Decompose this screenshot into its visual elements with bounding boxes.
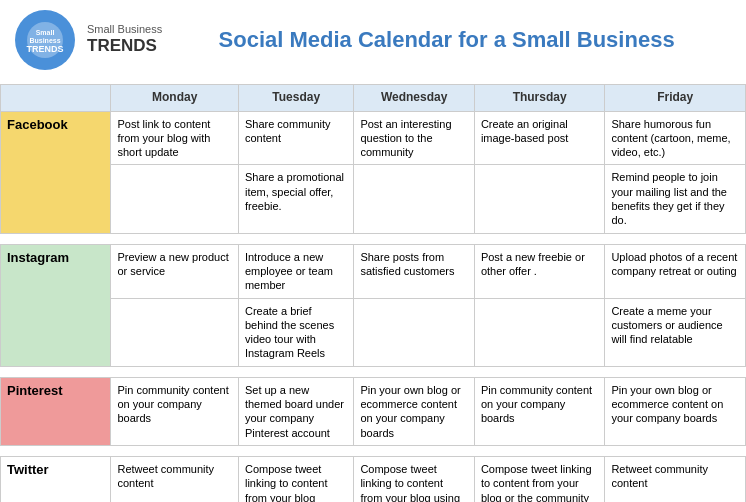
spacer-2 — [1, 366, 746, 377]
instagram-thu-2 — [474, 298, 605, 366]
col-wednesday-header: Wednesday — [354, 85, 474, 112]
facebook-tue-2: Share a promotional item, special offer,… — [238, 165, 353, 233]
facebook-fri-1: Share humorous fun content (cartoon, mem… — [605, 111, 746, 165]
col-monday-header: Monday — [111, 85, 239, 112]
col-tuesday-header: Tuesday — [238, 85, 353, 112]
svg-text:Small: Small — [36, 29, 55, 36]
logo-circle: Small Business TRENDS — [15, 10, 75, 70]
page-title: Social Media Calendar for a Small Busine… — [162, 27, 731, 53]
instagram-row2: Create a brief behind the scenes video t… — [1, 298, 746, 366]
instagram-tue-1: Introduce a new employee or team member — [238, 244, 353, 298]
col-thursday-header: Thursday — [474, 85, 605, 112]
facebook-mon-1: Post link to content from your blog with… — [111, 111, 239, 165]
instagram-mon-1: Preview a new product or service — [111, 244, 239, 298]
twitter-wed-1: Compose tweet linking to content from yo… — [354, 456, 474, 502]
instagram-tue-2: Create a brief behind the scenes video t… — [238, 298, 353, 366]
pinterest-tue-1: Set up a new themed board under your com… — [238, 377, 353, 445]
header-row: Monday Tuesday Wednesday Thursday Friday — [1, 85, 746, 112]
col-friday-header: Friday — [605, 85, 746, 112]
facebook-fri-2: Remind people to join your mailing list … — [605, 165, 746, 233]
twitter-tue-1: Compose tweet linking to content from yo… — [238, 456, 353, 502]
pinterest-thu-1: Pin community content on your company bo… — [474, 377, 605, 445]
instagram-wed-2 — [354, 298, 474, 366]
pinterest-mon-1: Pin community content on your company bo… — [111, 377, 239, 445]
facebook-mon-2 — [111, 165, 239, 233]
facebook-label: Facebook — [1, 111, 111, 233]
instagram-row1: Instagram Preview a new product or servi… — [1, 244, 746, 298]
facebook-wed-1: Post an interesting question to the comm… — [354, 111, 474, 165]
instagram-fri-2: Create a meme your customers or audience… — [605, 298, 746, 366]
facebook-row2: Share a promotional item, special offer,… — [1, 165, 746, 233]
facebook-tue-1: Share community content — [238, 111, 353, 165]
page-header: Small Business TRENDS Small Business TRE… — [0, 0, 746, 80]
facebook-thu-2 — [474, 165, 605, 233]
logo-text: Small Business TRENDS — [87, 23, 162, 57]
instagram-mon-2 — [111, 298, 239, 366]
spacer-3 — [1, 445, 746, 456]
svg-text:Business: Business — [29, 37, 60, 44]
pinterest-row1: Pinterest Pin community content on your … — [1, 377, 746, 445]
facebook-row1: Facebook Post link to content from your … — [1, 111, 746, 165]
pinterest-wed-1: Pin your own blog or ecommerce content o… — [354, 377, 474, 445]
col-label-header — [1, 85, 111, 112]
twitter-thu-1: Compose tweet linking to content from yo… — [474, 456, 605, 502]
instagram-wed-1: Share posts from satisfied customers — [354, 244, 474, 298]
instagram-thu-1: Post a new freebie or other offer . — [474, 244, 605, 298]
spacer-1 — [1, 233, 746, 244]
pinterest-label: Pinterest — [1, 377, 111, 445]
instagram-fri-1: Upload photos of a recent company retrea… — [605, 244, 746, 298]
twitter-label: Twitter — [1, 456, 111, 502]
twitter-row1: Twitter Retweet community content Compos… — [1, 456, 746, 502]
instagram-label: Instagram — [1, 244, 111, 366]
svg-text:TRENDS: TRENDS — [26, 44, 63, 54]
calendar-table: Monday Tuesday Wednesday Thursday Friday… — [0, 84, 746, 502]
twitter-mon-1: Retweet community content — [111, 456, 239, 502]
twitter-fri-1: Retweet community content — [605, 456, 746, 502]
pinterest-fri-1: Pin your own blog or ecommerce content o… — [605, 377, 746, 445]
facebook-thu-1: Create an original image-based post — [474, 111, 605, 165]
facebook-wed-2 — [354, 165, 474, 233]
